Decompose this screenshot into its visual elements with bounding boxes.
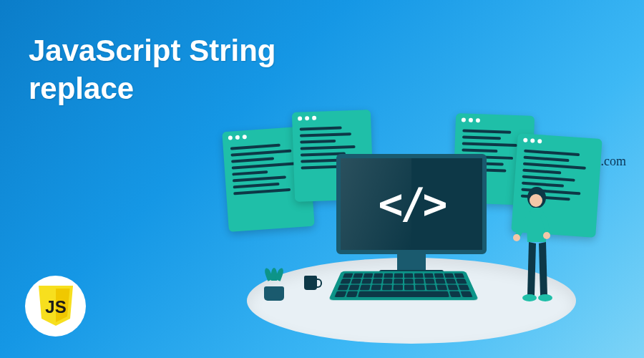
title-line-2: replace xyxy=(29,72,134,105)
js-logo-text: JS xyxy=(45,297,66,316)
svg-point-3 xyxy=(543,232,550,239)
js-shield-icon: JS xyxy=(36,284,76,329)
hero-illustration: </> xyxy=(218,72,605,344)
monitor-screen: </> xyxy=(336,154,487,254)
coffee-mug-icon xyxy=(304,276,317,290)
keyboard-icon xyxy=(328,271,479,301)
svg-point-1 xyxy=(530,194,542,207)
javascript-logo: JS xyxy=(25,276,86,337)
svg-point-5 xyxy=(538,294,552,301)
monitor-stand xyxy=(397,254,426,270)
svg-point-4 xyxy=(522,294,537,301)
svg-point-2 xyxy=(513,234,520,241)
title-line-1: JavaScript String xyxy=(29,34,275,67)
person-icon xyxy=(512,185,565,306)
monitor-icon: </> xyxy=(336,154,487,279)
plant-icon xyxy=(261,266,287,301)
code-bracket-icon: </> xyxy=(379,180,445,228)
hero-banner: JavaScript String replace www.educba.com… xyxy=(0,0,644,358)
